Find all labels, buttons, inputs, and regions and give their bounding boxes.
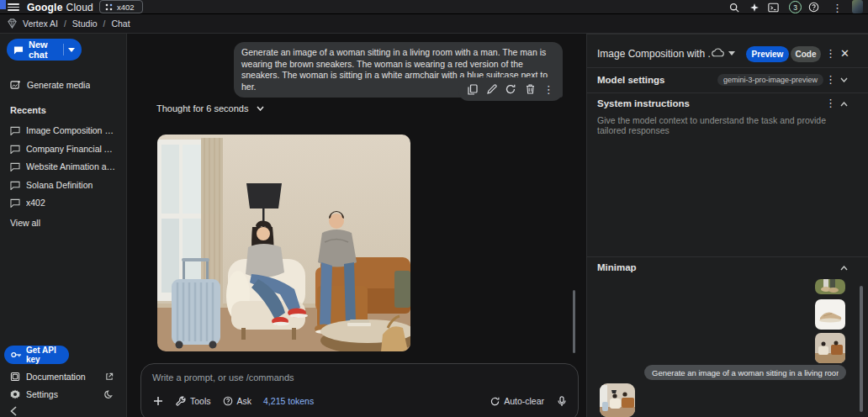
logo-cloud: Cloud (66, 2, 93, 13)
prompt-actions-toolbar: ⋮ (458, 77, 563, 101)
settings-label: Settings (26, 389, 58, 399)
breadcrumb-studio[interactable]: Studio (72, 18, 98, 29)
minimap-collapse-icon[interactable] (840, 266, 848, 271)
code-tab-button[interactable]: Code (791, 46, 821, 62)
chat-history-icon (10, 145, 20, 154)
minimap-tooltip: Generate an image of a woman sitting in … (644, 365, 846, 380)
documentation-icon (10, 372, 20, 382)
prompt-input[interactable]: Write a prompt, or use /commands (152, 372, 294, 383)
generate-media-icon (10, 80, 21, 90)
get-api-key-button[interactable]: Get API key (4, 346, 69, 364)
thought-summary-toggle[interactable]: Thought for 6 seconds (156, 102, 264, 115)
chat-history-icon (10, 181, 20, 190)
edit-pencil-icon[interactable] (486, 83, 498, 95)
breadcrumb-separator: / (64, 19, 66, 29)
panel-more-menu-icon[interactable]: ⋮ (825, 48, 836, 59)
trial-days-count: 3 (793, 3, 797, 12)
recent-item-label: Website Animation and 3... (26, 161, 117, 172)
right-panel-scrollbar[interactable] (860, 286, 863, 412)
sidebar-item-documentation[interactable]: Documentation (0, 367, 127, 386)
system-instructions-collapse-icon[interactable] (840, 102, 848, 107)
chat-scrollbar[interactable] (573, 290, 575, 353)
vertex-ai-studio-app: Google Cloud x402 3 ⋮ Vertex AI / (0, 0, 868, 417)
auto-clear-toggle[interactable]: Auto-clear (490, 396, 544, 406)
sidebar-item-settings[interactable]: Settings (0, 385, 127, 404)
save-status-dropdown-icon[interactable] (728, 51, 735, 55)
gemini-spark-icon[interactable] (749, 2, 760, 13)
preview-tab-button[interactable]: Preview (746, 46, 789, 62)
breadcrumb-vertex-ai[interactable]: Vertex AI (23, 18, 58, 29)
search-icon[interactable] (728, 2, 739, 13)
external-link-icon (105, 372, 114, 381)
dark-mode-moon-icon[interactable] (104, 390, 114, 399)
model-settings-heading: Model settings (597, 75, 665, 85)
composer-toolbar: Tools Ask 4,215 tokens Auto-clear (141, 393, 578, 409)
model-settings-more-icon[interactable]: ⋮ (825, 74, 836, 85)
recent-item-label: Solana Definition (26, 180, 93, 190)
cloud-save-status-icon[interactable] (712, 48, 724, 57)
system-instructions-input[interactable]: Give the model context to understand the… (597, 115, 849, 135)
key-icon (11, 351, 22, 358)
rerun-icon[interactable] (505, 83, 516, 95)
wrench-icon (176, 396, 186, 406)
top-app-bar: Google Cloud x402 3 ⋮ (0, 0, 868, 14)
new-chat-dropdown-icon[interactable] (63, 44, 75, 55)
documentation-label: Documentation (26, 372, 86, 382)
topbar-more-menu-icon[interactable]: ⋮ (832, 3, 843, 13)
token-count[interactable]: 4,215 tokens (263, 396, 314, 406)
model-settings-expand-icon[interactable] (840, 77, 848, 82)
sidebar-item-generate-media[interactable]: Generate media (0, 76, 127, 94)
project-grid-icon (105, 3, 113, 11)
code-label: Code (796, 50, 817, 59)
minimap-thumbnail-outdoor-sneakers[interactable] (815, 279, 845, 294)
prompt-more-menu-icon[interactable]: ⋮ (543, 84, 554, 95)
chevron-down-icon (257, 106, 264, 111)
auto-clear-refresh-icon (490, 397, 500, 406)
add-attachment-icon[interactable] (152, 395, 164, 407)
generate-media-label: Generate media (27, 80, 90, 90)
trial-days-badge[interactable]: 3 (789, 1, 802, 13)
close-panel-icon[interactable]: ✕ (840, 47, 849, 60)
user-avatar[interactable] (852, 0, 863, 13)
recent-item-company-financial[interactable]: Company Financial Analy... (0, 140, 127, 158)
model-name-badge[interactable]: gemini-3-pro-image-preview (717, 74, 823, 86)
right-panel-title: Image Composition with ... (597, 48, 711, 60)
recent-item-solana-definition[interactable]: Solana Definition (0, 176, 127, 194)
view-all-link[interactable]: View all (10, 218, 40, 228)
tools-button[interactable]: Tools (176, 396, 211, 406)
google-cloud-logo: Google Cloud (27, 1, 93, 13)
recent-item-image-composition[interactable]: Image Composition with ... (0, 121, 127, 140)
recent-item-x402[interactable]: x402 (0, 193, 127, 212)
recent-item-label: Company Financial Analy... (26, 144, 117, 154)
copy-icon[interactable] (467, 83, 479, 95)
chat-history-icon (10, 198, 20, 208)
recent-item-label: x402 (26, 198, 45, 208)
breadcrumb-bar: Vertex AI / Studio / Chat (0, 14, 868, 34)
tools-label: Tools (190, 396, 211, 406)
minimap-thumbnail-generated-image[interactable] (600, 383, 635, 417)
ask-mode-button[interactable]: Ask (223, 396, 252, 406)
cloud-shell-icon[interactable] (768, 2, 779, 13)
recents-heading: Recents (10, 105, 46, 115)
recent-item-website-animation[interactable]: Website Animation and 3... (0, 157, 127, 176)
minimap-thumbnail-living-room[interactable] (815, 333, 845, 363)
system-instructions-more-icon[interactable]: ⋮ (825, 98, 836, 108)
chat-history-icon (10, 126, 20, 135)
collapse-sidebar-icon[interactable] (10, 406, 17, 416)
recent-item-label: Image Composition with ... (26, 125, 117, 135)
minimap-thumbnail-sneaker[interactable] (815, 299, 845, 330)
vertex-ai-gem-icon (7, 18, 18, 29)
generated-image[interactable] (157, 135, 410, 351)
hamburger-menu-icon[interactable] (8, 3, 19, 11)
project-selector[interactable]: x402 (99, 0, 143, 13)
help-icon[interactable] (808, 2, 819, 13)
chat-bubble-icon (13, 45, 24, 55)
new-chat-button[interactable]: New chat (7, 39, 82, 61)
microphone-icon[interactable] (556, 395, 567, 407)
minimap-heading: Minimap (597, 262, 637, 272)
delete-trash-icon[interactable] (524, 83, 536, 95)
auto-clear-label: Auto-clear (504, 396, 544, 406)
left-sidebar: New chat Generate media Recents Image Co… (0, 34, 127, 417)
breadcrumb-chat[interactable]: Chat (111, 18, 130, 29)
new-chat-label: New chat (29, 40, 56, 60)
